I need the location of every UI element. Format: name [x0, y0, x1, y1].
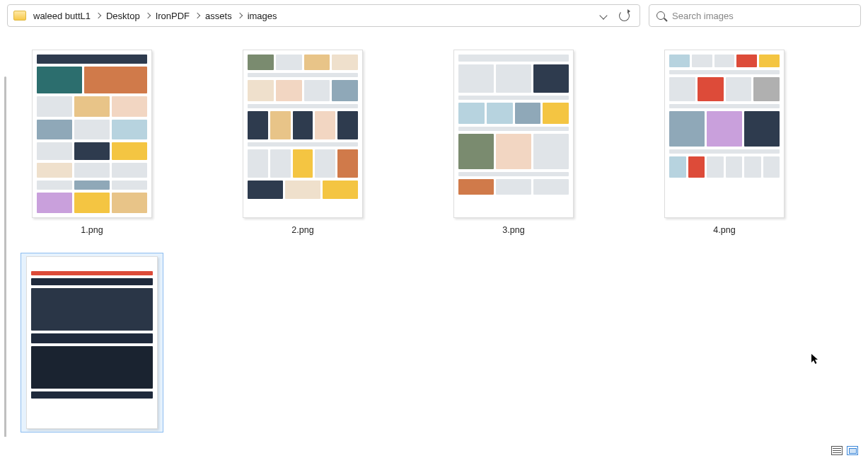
thumbnail	[453, 50, 574, 218]
breadcrumb: waleed buttL1 Desktop IronPDF assets ima…	[33, 11, 277, 21]
file-name: 3.png	[502, 225, 524, 235]
thumbnail	[664, 50, 785, 218]
search-box[interactable]	[649, 4, 861, 27]
file-item[interactable]: 5.png	[21, 253, 163, 437]
refresh-icon[interactable]	[619, 11, 630, 21]
file-name: 5.png	[81, 436, 103, 437]
file-grid: 1.png 2.png	[21, 47, 849, 437]
breadcrumb-segment[interactable]: IronPDF	[156, 11, 190, 21]
thumbnail	[26, 256, 158, 429]
toolbar: waleed buttL1 Desktop IronPDF assets ima…	[0, 0, 868, 31]
file-item[interactable]: 1.png	[21, 47, 163, 235]
thumbnail-frame	[232, 47, 374, 221]
history-dropdown-icon[interactable]	[599, 11, 607, 19]
details-view-button[interactable]	[831, 446, 843, 455]
file-item[interactable]: 4.png	[654, 47, 795, 235]
scrollbar[interactable]	[4, 76, 6, 437]
cursor-icon	[811, 354, 820, 365]
file-item[interactable]: 2.png	[232, 47, 374, 235]
thumbnail-frame	[443, 47, 584, 221]
file-item[interactable]: 3.png	[443, 47, 584, 235]
thumbnail-frame	[21, 253, 163, 432]
search-input[interactable]	[672, 11, 853, 21]
thumbnail-frame	[21, 47, 163, 221]
folder-icon	[13, 11, 26, 21]
file-name: 2.png	[291, 225, 313, 235]
search-icon	[656, 11, 665, 20]
content-area[interactable]: 1.png 2.png	[0, 31, 868, 437]
file-name: 4.png	[713, 225, 735, 235]
breadcrumb-segment[interactable]: waleed buttL1	[33, 11, 91, 21]
thumbnails-view-button[interactable]	[847, 446, 858, 455]
address-bar[interactable]: waleed buttL1 Desktop IronPDF assets ima…	[7, 4, 640, 27]
thumbnail	[32, 50, 152, 218]
thumbnail	[243, 50, 363, 218]
view-mode-switch	[831, 446, 858, 455]
thumbnail-frame	[654, 47, 795, 221]
chevron-right-icon	[144, 13, 150, 18]
breadcrumb-segment[interactable]: assets	[205, 11, 232, 21]
chevron-right-icon	[96, 13, 101, 18]
file-name: 1.png	[81, 225, 103, 235]
breadcrumb-segment[interactable]: Desktop	[106, 11, 140, 21]
chevron-right-icon	[195, 13, 200, 18]
chevron-right-icon	[236, 13, 242, 18]
breadcrumb-segment[interactable]: images	[248, 11, 277, 21]
